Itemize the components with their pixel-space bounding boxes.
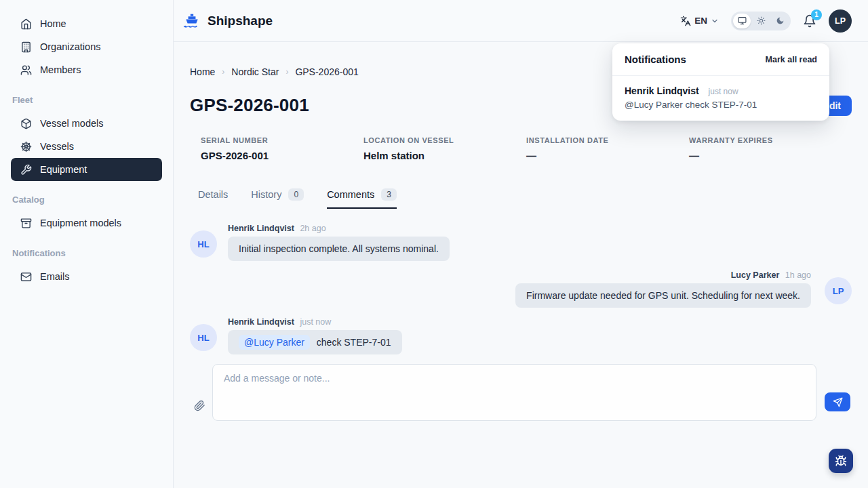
avatar: HL <box>190 324 217 351</box>
info-grid: SERIAL NUMBER GPS-2026-001 LOCATION ON V… <box>201 136 852 161</box>
tab-history[interactable]: History 0 <box>251 188 304 209</box>
comment-author: Lucy Parker <box>731 270 780 280</box>
theme-light-button[interactable] <box>752 14 770 28</box>
brand-name: Shipshape <box>208 14 273 28</box>
sidebar-item-equipment[interactable]: Equipment <box>11 158 162 181</box>
tab-details[interactable]: Details <box>198 189 228 208</box>
home-icon <box>20 18 32 30</box>
debug-button[interactable] <box>829 449 853 473</box>
tab-bar: Details History 0 Comments 3 <box>198 188 852 209</box>
avatar: LP <box>825 277 852 304</box>
breadcrumb-home[interactable]: Home <box>190 66 215 77</box>
info-label: SERIAL NUMBER <box>201 136 363 144</box>
info-value: — <box>526 150 689 161</box>
comments-thread: HL Henrik Lindqvist 2h ago Initial inspe… <box>190 224 852 421</box>
ship-logo-icon <box>183 12 201 30</box>
sidebar-item-vessel-models[interactable]: Vessel models <box>11 112 162 135</box>
wrench-icon <box>20 164 32 176</box>
mark-all-read-button[interactable]: Mark all read <box>766 55 817 64</box>
comment-time: 1h ago <box>785 270 811 280</box>
tab-label: History <box>251 189 281 200</box>
language-selector[interactable]: EN <box>680 16 719 26</box>
notification-count-badge: 1 <box>811 9 822 20</box>
sidebar: Home Organizations Members Fleet Vessel … <box>0 0 174 488</box>
send-icon <box>833 397 843 407</box>
info-field-location: LOCATION ON VESSEL Helm station <box>363 136 526 161</box>
bug-icon <box>835 455 847 467</box>
notifications-button[interactable]: 1 <box>803 14 816 28</box>
sidebar-item-emails[interactable]: Emails <box>11 265 162 288</box>
notifications-popup: Notifications Mark all read Henrik Lindq… <box>612 43 829 121</box>
info-label: WARRANTY EXPIRES <box>689 136 852 144</box>
theme-toggle <box>731 12 791 30</box>
comment-item: Lucy Parker 1h ago Firmware update neede… <box>190 270 852 308</box>
archive-icon <box>20 218 32 229</box>
paperclip-icon[interactable] <box>194 400 205 411</box>
language-code: EN <box>694 16 707 26</box>
sidebar-item-home[interactable]: Home <box>11 12 162 35</box>
comment-bubble: @Lucy Parker check STEP-7-01 <box>228 330 402 354</box>
sidebar-item-equipment-models[interactable]: Equipment models <box>11 211 162 235</box>
info-field-serial-number: SERIAL NUMBER GPS-2026-001 <box>201 136 363 161</box>
notification-time: just now <box>709 87 738 96</box>
info-label: INSTALLATION DATE <box>526 136 689 144</box>
package-icon <box>20 118 32 129</box>
sidebar-item-label: Members <box>40 64 81 75</box>
user-avatar[interactable]: LP <box>829 9 852 33</box>
sidebar-item-label: Equipment models <box>40 218 121 228</box>
sidebar-section-notifications: Notifications <box>12 248 162 258</box>
notification-message: @Lucy Parker check STEP-7-01 <box>625 100 817 110</box>
sidebar-item-organizations[interactable]: Organizations <box>11 35 162 58</box>
comment-bubble: Initial inspection complete. All systems… <box>228 237 450 261</box>
mail-icon <box>20 271 32 283</box>
theme-system-button[interactable] <box>733 14 751 28</box>
sun-icon <box>757 16 766 25</box>
theme-dark-button[interactable] <box>771 14 789 28</box>
chevron-right-icon: › <box>285 67 288 77</box>
info-label: LOCATION ON VESSEL <box>363 136 526 144</box>
tab-count-badge: 0 <box>288 188 304 201</box>
sidebar-item-label: Vessels <box>40 141 74 152</box>
comment-text: Initial inspection complete. All systems… <box>239 243 439 254</box>
comment-bubble: Firmware update needed for GPS unit. Sch… <box>515 283 811 308</box>
breadcrumb-vessel[interactable]: Nordic Star <box>231 66 279 77</box>
tab-count-badge: 3 <box>381 188 397 201</box>
send-button[interactable] <box>825 392 850 411</box>
sidebar-item-vessels[interactable]: Vessels <box>11 135 162 158</box>
info-value: Helm station <box>363 150 526 161</box>
comment-author: Henrik Lindqvist <box>228 224 294 233</box>
sidebar-item-label: Equipment <box>40 164 87 175</box>
tab-label: Comments <box>327 189 374 200</box>
users-icon <box>20 64 32 76</box>
comment-text: Firmware update needed for GPS unit. Sch… <box>526 290 800 301</box>
comment-time: just now <box>300 317 331 327</box>
info-field-warranty: WARRANTY EXPIRES — <box>689 136 852 161</box>
translate-icon <box>680 16 691 26</box>
moon-icon <box>776 16 785 25</box>
notification-item[interactable]: Henrik Lindqvist just now @Lucy Parker c… <box>612 76 829 121</box>
breadcrumb-current: GPS-2026-001 <box>295 66 358 77</box>
building-icon <box>20 41 32 53</box>
comment-text: check STEP-7-01 <box>317 337 391 348</box>
ship-wheel-icon <box>20 141 32 152</box>
brand[interactable]: Shipshape <box>183 12 273 30</box>
notification-author: Henrik Lindqvist <box>625 85 699 96</box>
message-input[interactable] <box>212 364 816 421</box>
comment-author: Henrik Lindqvist <box>228 317 294 327</box>
mention-chip[interactable]: @Lucy Parker <box>239 335 310 350</box>
sidebar-section-fleet: Fleet <box>12 95 162 105</box>
sidebar-section-catalog: Catalog <box>12 195 162 205</box>
popup-title: Notifications <box>625 54 686 65</box>
sidebar-item-label: Home <box>40 18 66 29</box>
sidebar-item-label: Emails <box>40 271 70 282</box>
sidebar-item-label: Organizations <box>40 41 100 52</box>
sidebar-item-label: Vessel models <box>40 118 104 129</box>
sidebar-item-members[interactable]: Members <box>11 58 162 81</box>
info-value: GPS-2026-001 <box>201 150 363 161</box>
top-header: Shipshape EN 1 <box>174 0 868 42</box>
comment-item: HL Henrik Lindqvist just now @Lucy Parke… <box>190 317 852 354</box>
info-field-installation-date: INSTALLATION DATE — <box>526 136 689 161</box>
tab-label: Details <box>198 189 228 200</box>
info-value: — <box>689 150 852 161</box>
tab-comments[interactable]: Comments 3 <box>327 188 397 209</box>
